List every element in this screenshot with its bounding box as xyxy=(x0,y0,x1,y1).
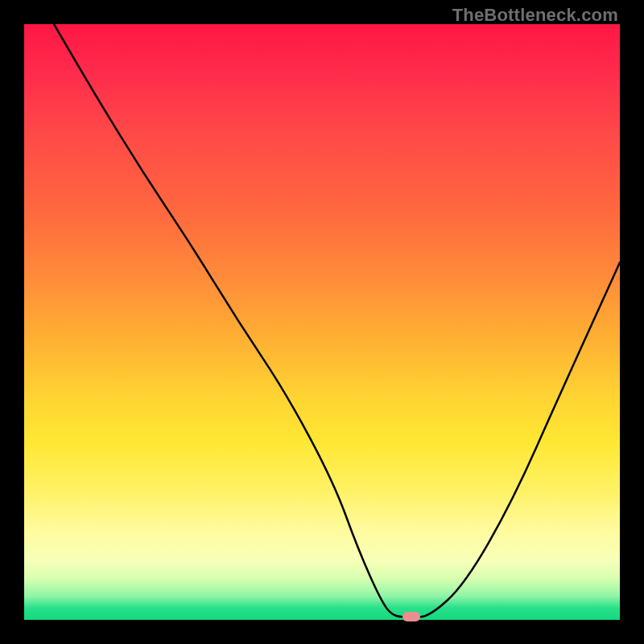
optimal-marker xyxy=(402,612,420,621)
watermark-text: TheBottleneck.com xyxy=(452,5,618,26)
plot-area xyxy=(24,24,620,620)
chart-frame: TheBottleneck.com xyxy=(0,0,644,644)
bottleneck-curve xyxy=(24,24,620,620)
